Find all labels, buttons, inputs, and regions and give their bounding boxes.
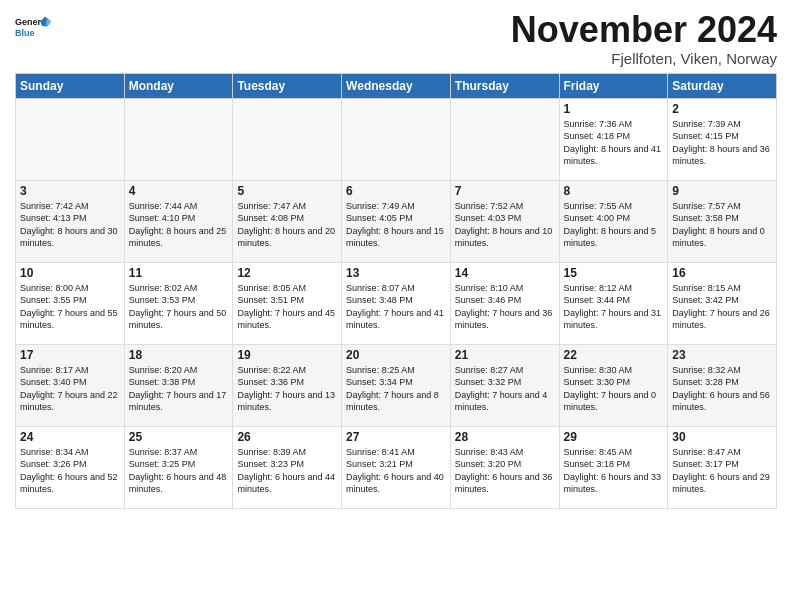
day-info-5: Sunrise: 7:47 AM Sunset: 4:08 PM Dayligh… bbox=[237, 200, 337, 250]
day-info-3: Sunrise: 7:42 AM Sunset: 4:13 PM Dayligh… bbox=[20, 200, 120, 250]
day-number-29: 29 bbox=[564, 430, 664, 444]
calendar-table: SundayMondayTuesdayWednesdayThursdayFrid… bbox=[15, 73, 777, 509]
empty-cell bbox=[124, 98, 233, 180]
week-row-3: 10Sunrise: 8:00 AM Sunset: 3:55 PM Dayli… bbox=[16, 262, 777, 344]
day-info-25: Sunrise: 8:37 AM Sunset: 3:25 PM Dayligh… bbox=[129, 446, 229, 496]
day-info-18: Sunrise: 8:20 AM Sunset: 3:38 PM Dayligh… bbox=[129, 364, 229, 414]
day-23: 23Sunrise: 8:32 AM Sunset: 3:28 PM Dayli… bbox=[668, 344, 777, 426]
day-5: 5Sunrise: 7:47 AM Sunset: 4:08 PM Daylig… bbox=[233, 180, 342, 262]
day-6: 6Sunrise: 7:49 AM Sunset: 4:05 PM Daylig… bbox=[342, 180, 451, 262]
week-row-4: 17Sunrise: 8:17 AM Sunset: 3:40 PM Dayli… bbox=[16, 344, 777, 426]
day-number-23: 23 bbox=[672, 348, 772, 362]
day-number-6: 6 bbox=[346, 184, 446, 198]
day-8: 8Sunrise: 7:55 AM Sunset: 4:00 PM Daylig… bbox=[559, 180, 668, 262]
day-number-1: 1 bbox=[564, 102, 664, 116]
day-info-19: Sunrise: 8:22 AM Sunset: 3:36 PM Dayligh… bbox=[237, 364, 337, 414]
day-number-5: 5 bbox=[237, 184, 337, 198]
week-row-2: 3Sunrise: 7:42 AM Sunset: 4:13 PM Daylig… bbox=[16, 180, 777, 262]
day-9: 9Sunrise: 7:57 AM Sunset: 3:58 PM Daylig… bbox=[668, 180, 777, 262]
empty-cell bbox=[233, 98, 342, 180]
day-15: 15Sunrise: 8:12 AM Sunset: 3:44 PM Dayli… bbox=[559, 262, 668, 344]
empty-cell bbox=[16, 98, 125, 180]
day-info-8: Sunrise: 7:55 AM Sunset: 4:00 PM Dayligh… bbox=[564, 200, 664, 250]
day-info-21: Sunrise: 8:27 AM Sunset: 3:32 PM Dayligh… bbox=[455, 364, 555, 414]
day-info-15: Sunrise: 8:12 AM Sunset: 3:44 PM Dayligh… bbox=[564, 282, 664, 332]
day-info-24: Sunrise: 8:34 AM Sunset: 3:26 PM Dayligh… bbox=[20, 446, 120, 496]
day-info-2: Sunrise: 7:39 AM Sunset: 4:15 PM Dayligh… bbox=[672, 118, 772, 168]
day-info-11: Sunrise: 8:02 AM Sunset: 3:53 PM Dayligh… bbox=[129, 282, 229, 332]
logo: General Blue bbox=[15, 10, 51, 46]
day-info-16: Sunrise: 8:15 AM Sunset: 3:42 PM Dayligh… bbox=[672, 282, 772, 332]
day-info-30: Sunrise: 8:47 AM Sunset: 3:17 PM Dayligh… bbox=[672, 446, 772, 496]
day-info-12: Sunrise: 8:05 AM Sunset: 3:51 PM Dayligh… bbox=[237, 282, 337, 332]
day-1: 1Sunrise: 7:36 AM Sunset: 4:18 PM Daylig… bbox=[559, 98, 668, 180]
day-number-13: 13 bbox=[346, 266, 446, 280]
day-21: 21Sunrise: 8:27 AM Sunset: 3:32 PM Dayli… bbox=[450, 344, 559, 426]
day-number-25: 25 bbox=[129, 430, 229, 444]
day-number-26: 26 bbox=[237, 430, 337, 444]
day-number-28: 28 bbox=[455, 430, 555, 444]
day-info-6: Sunrise: 7:49 AM Sunset: 4:05 PM Dayligh… bbox=[346, 200, 446, 250]
day-number-19: 19 bbox=[237, 348, 337, 362]
day-info-29: Sunrise: 8:45 AM Sunset: 3:18 PM Dayligh… bbox=[564, 446, 664, 496]
day-info-27: Sunrise: 8:41 AM Sunset: 3:21 PM Dayligh… bbox=[346, 446, 446, 496]
day-number-7: 7 bbox=[455, 184, 555, 198]
day-13: 13Sunrise: 8:07 AM Sunset: 3:48 PM Dayli… bbox=[342, 262, 451, 344]
day-info-20: Sunrise: 8:25 AM Sunset: 3:34 PM Dayligh… bbox=[346, 364, 446, 414]
day-28: 28Sunrise: 8:43 AM Sunset: 3:20 PM Dayli… bbox=[450, 426, 559, 508]
day-29: 29Sunrise: 8:45 AM Sunset: 3:18 PM Dayli… bbox=[559, 426, 668, 508]
header-tuesday: Tuesday bbox=[233, 73, 342, 98]
day-14: 14Sunrise: 8:10 AM Sunset: 3:46 PM Dayli… bbox=[450, 262, 559, 344]
week-row-5: 24Sunrise: 8:34 AM Sunset: 3:26 PM Dayli… bbox=[16, 426, 777, 508]
day-16: 16Sunrise: 8:15 AM Sunset: 3:42 PM Dayli… bbox=[668, 262, 777, 344]
day-number-24: 24 bbox=[20, 430, 120, 444]
day-4: 4Sunrise: 7:44 AM Sunset: 4:10 PM Daylig… bbox=[124, 180, 233, 262]
day-number-16: 16 bbox=[672, 266, 772, 280]
weekday-header-row: SundayMondayTuesdayWednesdayThursdayFrid… bbox=[16, 73, 777, 98]
day-30: 30Sunrise: 8:47 AM Sunset: 3:17 PM Dayli… bbox=[668, 426, 777, 508]
day-info-17: Sunrise: 8:17 AM Sunset: 3:40 PM Dayligh… bbox=[20, 364, 120, 414]
day-20: 20Sunrise: 8:25 AM Sunset: 3:34 PM Dayli… bbox=[342, 344, 451, 426]
day-info-28: Sunrise: 8:43 AM Sunset: 3:20 PM Dayligh… bbox=[455, 446, 555, 496]
logo-svg: General Blue bbox=[15, 10, 51, 46]
day-26: 26Sunrise: 8:39 AM Sunset: 3:23 PM Dayli… bbox=[233, 426, 342, 508]
day-number-27: 27 bbox=[346, 430, 446, 444]
day-info-1: Sunrise: 7:36 AM Sunset: 4:18 PM Dayligh… bbox=[564, 118, 664, 168]
header-friday: Friday bbox=[559, 73, 668, 98]
day-info-22: Sunrise: 8:30 AM Sunset: 3:30 PM Dayligh… bbox=[564, 364, 664, 414]
day-number-20: 20 bbox=[346, 348, 446, 362]
month-title: November 2024 bbox=[511, 10, 777, 50]
day-number-14: 14 bbox=[455, 266, 555, 280]
header-wednesday: Wednesday bbox=[342, 73, 451, 98]
day-info-23: Sunrise: 8:32 AM Sunset: 3:28 PM Dayligh… bbox=[672, 364, 772, 414]
week-row-1: 1Sunrise: 7:36 AM Sunset: 4:18 PM Daylig… bbox=[16, 98, 777, 180]
day-number-8: 8 bbox=[564, 184, 664, 198]
day-info-13: Sunrise: 8:07 AM Sunset: 3:48 PM Dayligh… bbox=[346, 282, 446, 332]
header-monday: Monday bbox=[124, 73, 233, 98]
day-19: 19Sunrise: 8:22 AM Sunset: 3:36 PM Dayli… bbox=[233, 344, 342, 426]
day-number-3: 3 bbox=[20, 184, 120, 198]
day-number-22: 22 bbox=[564, 348, 664, 362]
day-number-30: 30 bbox=[672, 430, 772, 444]
day-24: 24Sunrise: 8:34 AM Sunset: 3:26 PM Dayli… bbox=[16, 426, 125, 508]
day-12: 12Sunrise: 8:05 AM Sunset: 3:51 PM Dayli… bbox=[233, 262, 342, 344]
day-number-15: 15 bbox=[564, 266, 664, 280]
day-info-7: Sunrise: 7:52 AM Sunset: 4:03 PM Dayligh… bbox=[455, 200, 555, 250]
svg-text:Blue: Blue bbox=[15, 28, 35, 38]
location: Fjellfoten, Viken, Norway bbox=[511, 50, 777, 67]
day-info-14: Sunrise: 8:10 AM Sunset: 3:46 PM Dayligh… bbox=[455, 282, 555, 332]
day-number-21: 21 bbox=[455, 348, 555, 362]
empty-cell bbox=[450, 98, 559, 180]
day-number-10: 10 bbox=[20, 266, 120, 280]
day-number-12: 12 bbox=[237, 266, 337, 280]
day-number-4: 4 bbox=[129, 184, 229, 198]
day-11: 11Sunrise: 8:02 AM Sunset: 3:53 PM Dayli… bbox=[124, 262, 233, 344]
header: General Blue November 2024 Fjellfoten, V… bbox=[15, 10, 777, 67]
day-3: 3Sunrise: 7:42 AM Sunset: 4:13 PM Daylig… bbox=[16, 180, 125, 262]
header-sunday: Sunday bbox=[16, 73, 125, 98]
day-number-9: 9 bbox=[672, 184, 772, 198]
day-10: 10Sunrise: 8:00 AM Sunset: 3:55 PM Dayli… bbox=[16, 262, 125, 344]
day-number-17: 17 bbox=[20, 348, 120, 362]
day-22: 22Sunrise: 8:30 AM Sunset: 3:30 PM Dayli… bbox=[559, 344, 668, 426]
day-25: 25Sunrise: 8:37 AM Sunset: 3:25 PM Dayli… bbox=[124, 426, 233, 508]
